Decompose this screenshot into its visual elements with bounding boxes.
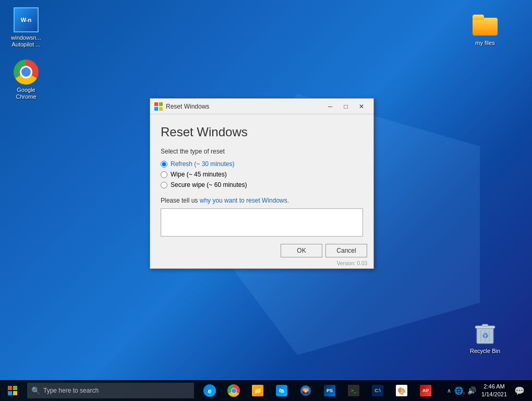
tray-chevron[interactable]: ∧	[447, 387, 451, 394]
radio-refresh[interactable]: Refresh (~ 30 minutes)	[161, 160, 363, 168]
dialog-close-button[interactable]: ✕	[354, 100, 369, 113]
system-tray: ∧ 🌐 🔊 2:46 AM 1/14/2021 💬	[443, 380, 532, 401]
svg-rect-14	[13, 391, 17, 395]
svg-rect-8	[159, 102, 163, 106]
network-icon[interactable]: 🌐	[453, 386, 464, 395]
dialog-footer: OK Cancel	[150, 239, 373, 261]
svg-rect-2	[482, 324, 488, 326]
dialog-version: Version: 0.03	[150, 261, 373, 268]
folder-icon	[473, 13, 498, 38]
dialog-overlay: Reset Windows ─ □ ✕ Reset Windows Select…	[0, 0, 532, 401]
radio-wipe-label: Wipe (~ 45 minutes)	[171, 171, 227, 178]
paint-icon: 🎨	[396, 385, 407, 396]
radio-wipe-input[interactable]	[161, 171, 167, 178]
chrome-desktop-icon	[14, 60, 39, 85]
volume-icon[interactable]: 🔊	[466, 386, 477, 395]
photos-icon: 🌄	[300, 385, 311, 396]
taskbar-store[interactable]: 🛍	[270, 380, 293, 401]
taskbar-explorer[interactable]: 📁	[246, 380, 269, 401]
taskbar-paint[interactable]: 🎨	[390, 380, 413, 401]
clock-date: 1/14/2021	[481, 391, 507, 398]
dialog-subtitle: Select the type of reset	[161, 148, 363, 155]
dialog-main-title: Reset Windows	[161, 125, 363, 139]
taskbar-autopilot[interactable]: AP	[414, 380, 437, 401]
notification-button[interactable]: 💬	[511, 380, 528, 401]
radio-refresh-input[interactable]	[161, 161, 167, 168]
store-icon: 🛍	[276, 385, 287, 396]
cancel-button[interactable]: Cancel	[325, 244, 367, 257]
desktop-icon-label-windowsn: windowsn... Autopilot ...	[11, 34, 41, 48]
desktop-icon-recycle-bin[interactable]: ♻ Recycle Bin	[464, 319, 506, 357]
wn-icon	[14, 7, 39, 32]
desktop: windowsn... Autopilot ... Google Chrome …	[0, 0, 532, 401]
edge-icon: e	[203, 384, 216, 397]
terminal-icon: >_	[348, 385, 359, 396]
taskbar-terminal[interactable]: >_	[342, 380, 365, 401]
reset-type-radio-group: Refresh (~ 30 minutes) Wipe (~ 45 minute…	[161, 160, 363, 188]
chrome-icon	[227, 384, 240, 397]
desktop-icon-chrome[interactable]: Google Chrome	[5, 57, 47, 102]
powershell-icon: PS	[324, 385, 335, 396]
reset-windows-dialog: Reset Windows ─ □ ✕ Reset Windows Select…	[150, 98, 374, 269]
dialog-app-icon	[154, 102, 163, 111]
dialog-minimize-button[interactable]: ─	[322, 100, 338, 113]
taskbar-ps[interactable]: PS	[318, 380, 341, 401]
ok-button[interactable]: OK	[281, 244, 322, 257]
radio-secure-wipe-input[interactable]	[161, 182, 167, 188]
svg-rect-13	[8, 391, 12, 395]
radio-wipe[interactable]: Wipe (~ 45 minutes)	[161, 171, 363, 178]
reason-textarea[interactable]	[161, 208, 363, 237]
cmd-icon: C:\	[372, 385, 383, 396]
radio-secure-wipe-label: Secure wipe (~ 60 minutes)	[171, 181, 247, 188]
taskbar-cmd[interactable]: C:\	[366, 380, 389, 401]
desktop-icon-label-chrome: Google Chrome	[16, 87, 36, 100]
svg-rect-11	[8, 386, 12, 390]
svg-text:🌄: 🌄	[302, 387, 309, 394]
dialog-content: Reset Windows Select the type of reset R…	[150, 114, 373, 239]
dialog-titlebar[interactable]: Reset Windows ─ □ ✕	[150, 99, 373, 114]
desktop-icon-myfiles[interactable]: my files	[464, 10, 506, 49]
svg-rect-7	[154, 102, 158, 106]
dialog-prompt: Please tell us why you want to reset Win…	[161, 197, 363, 204]
desktop-icon-label-recycle: Recycle Bin	[470, 348, 500, 355]
clock-time: 2:46 AM	[481, 383, 507, 391]
radio-refresh-label: Refresh (~ 30 minutes)	[171, 160, 234, 168]
taskbar-edge[interactable]: e	[198, 380, 221, 401]
start-button[interactable]	[0, 380, 25, 401]
taskbar-chrome[interactable]	[222, 380, 245, 401]
prompt-link[interactable]: why you want to reset Windows.	[200, 197, 289, 204]
dialog-window-controls: ─ □ ✕	[322, 100, 369, 113]
system-clock[interactable]: 2:46 AM 1/14/2021	[479, 383, 509, 399]
search-placeholder-text: Type here to search	[43, 387, 99, 394]
svg-rect-9	[154, 107, 158, 111]
taskbar-app-icons: e 📁 🛍 🌄	[198, 380, 437, 401]
desktop-icon-label-myfiles: my files	[475, 40, 494, 46]
explorer-icon: 📁	[252, 385, 263, 396]
autopilot-icon: AP	[420, 385, 431, 396]
taskbar-photos[interactable]: 🌄	[294, 380, 317, 401]
svg-rect-12	[13, 386, 17, 390]
desktop-icon-windowsn[interactable]: windowsn... Autopilot ...	[5, 5, 47, 50]
dialog-maximize-button[interactable]: □	[338, 100, 354, 113]
search-icon: 🔍	[31, 386, 40, 395]
svg-rect-10	[159, 107, 163, 111]
search-bar[interactable]: 🔍 Type here to search	[27, 383, 194, 398]
taskbar: 🔍 Type here to search e 📁 🛍	[0, 380, 532, 401]
radio-secure-wipe[interactable]: Secure wipe (~ 60 minutes)	[161, 181, 363, 188]
dialog-title: Reset Windows	[166, 103, 322, 110]
recycle-bin-icon: ♻	[473, 321, 498, 346]
